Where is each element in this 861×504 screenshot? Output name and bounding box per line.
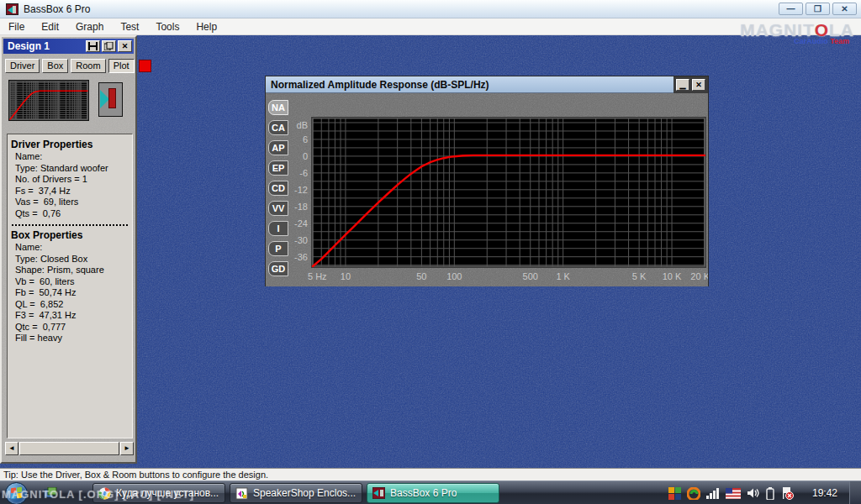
svg-text:-30: -30 [294,235,308,245]
app-titlebar: BassBox 6 Pro — ❐ ✕ [0,0,861,18]
save-design-button[interactable] [86,40,100,52]
watermark-bottom: MAGNITOLA [.ORG] [.RU] [.NET] [2,488,194,501]
svg-text:100: 100 [446,271,462,281]
svg-text:-36: -36 [294,252,308,262]
design-tabs: Driver Box Room Plot [5,59,151,73]
driver-prop-type: Type: Standard woofer [10,163,129,175]
clock[interactable]: 19:42 [812,481,837,504]
menu-edit[interactable]: Edit [33,19,67,34]
driver-prop-vas: Vas = 69, liters [10,197,129,208]
svg-text:6: 6 [303,134,308,144]
tip-bar: Tip: Use the Driver, Box & Room buttons … [0,468,861,480]
graph-tab-ap[interactable]: AP [268,140,288,155]
graph-tab-ca[interactable]: CA [268,120,288,135]
plot-color-swatch[interactable] [139,60,151,72]
speaker-thumbnail[interactable] [98,82,123,117]
download-manager-icon[interactable] [687,487,700,500]
box-prop-qtc: Qtc = 0,777 [10,322,129,333]
driver-prop-fs: Fs = 37,4 Hz [10,186,129,197]
graph-type-buttons: NA CA AP EP CD VV I P GD [268,100,288,281]
workspace: Design 1 ✕ Driver Box Room Plot Driver P [0,35,861,468]
svg-text:1 K: 1 K [556,271,570,281]
svg-text:10: 10 [341,271,351,281]
graph-body: NA CA AP EP CD VV I P GD dB60-6-12-18-24… [266,93,708,286]
svg-text:5 Hz: 5 Hz [308,271,327,281]
close-design-button[interactable]: ✕ [118,40,132,52]
watermark-subtitle: CarAudio Team [794,37,849,45]
menubar: File Edit Graph Test Tools Help [0,18,861,35]
svg-text:-18: -18 [294,202,308,212]
graph-titlebar[interactable]: Normalized Amplitude Response (dB-SPL/Hz… [266,76,708,93]
graph-window: Normalized Amplitude Response (dB-SPL/Hz… [265,76,709,286]
graph-close-button[interactable]: ✕ [692,79,705,91]
properties-divider [12,224,128,226]
show-desktop-button[interactable] [849,481,861,504]
svg-text:20 K: 20 K [690,271,708,281]
desktop-screen: BassBox 6 Pro — ❐ ✕ File Edit Graph Test… [0,0,861,504]
system-tray [668,481,794,504]
task-label: SpeakerShop Enclos... [253,487,356,499]
volume-icon[interactable] [747,487,760,499]
graph-tab-ep[interactable]: EP [268,160,288,176]
scroll-right-arrow[interactable]: ► [120,442,134,455]
box-prop-f3: F3 = 47,31 Hz [10,310,129,322]
graph-tab-vv[interactable]: VV [268,201,288,216]
task-bassbox-active[interactable]: BassBox 6 Pro [367,483,499,503]
speakershop-icon [235,487,248,500]
close-button[interactable]: ✕ [832,3,857,15]
menu-test[interactable]: Test [112,19,147,34]
box-prop-ql: QL = 6,852 [10,299,129,311]
tab-room[interactable]: Room [71,59,105,73]
tab-plot[interactable]: Plot [108,59,135,73]
graph-tab-gd[interactable]: GD [268,261,288,276]
response-thumbnail[interactable] [8,80,89,121]
graph-tab-i[interactable]: I [268,221,288,236]
task-speakershop[interactable]: SpeakerShop Enclos... [230,483,362,503]
driver-prop-count: No. of Drivers = 1 [10,174,129,186]
graph-tab-cd[interactable]: CD [268,181,288,196]
floppy-icon [88,42,98,50]
svg-text:5 K: 5 K [632,271,647,281]
svg-text:-6: -6 [299,168,308,178]
box-prop-shape: Shape: Prism, square [10,265,129,276]
scrollbar-thumb[interactable] [19,442,119,455]
svg-text:10 K: 10 K [663,271,682,281]
box-prop-type: Type: Closed Box [10,254,129,265]
avg-icon[interactable] [668,487,681,500]
menu-graph[interactable]: Graph [67,19,112,34]
driver-properties-heading: Driver Properties [11,139,129,150]
box-prop-name: Name: [10,242,129,254]
task-label: BassBox 6 Pro [390,487,457,499]
graph-tab-na[interactable]: NA [268,100,288,115]
svg-text:500: 500 [523,271,538,281]
box-prop-fb: Fb = 50,74 Hz [10,287,129,299]
menu-help[interactable]: Help [188,19,225,34]
us-keyboard-flag-icon[interactable] [726,488,741,499]
menu-file[interactable]: File [0,19,33,34]
tab-box[interactable]: Box [42,59,68,73]
svg-text:50: 50 [416,271,426,281]
bassbox-icon [372,487,385,499]
tab-driver[interactable]: Driver [5,59,40,73]
speaker-magnet-icon [108,88,116,108]
network-signal-icon[interactable] [706,487,720,499]
action-center-flag-icon[interactable] [780,486,794,500]
design-titlebar[interactable]: Design 1 ✕ [3,39,134,54]
horizontal-scrollbar[interactable]: ◄ ► [5,442,134,455]
box-properties-heading: Box Properties [11,229,129,241]
menu-tools[interactable]: Tools [147,19,188,34]
graph-title: Normalized Amplitude Response (dB-SPL/Hz… [266,79,673,91]
restore-button[interactable]: ❐ [806,3,830,15]
scroll-left-arrow[interactable]: ◄ [5,442,18,455]
graph-window-controls: ▁ ✕ [673,76,708,93]
battery-icon[interactable] [766,487,774,500]
app-title: BassBox 6 Pro [24,3,90,15]
design-panel: Design 1 ✕ Driver Box Room Plot Driver P [0,35,137,464]
minimize-button[interactable]: — [779,3,803,15]
copy-icon [104,42,114,50]
graph-minimize-button[interactable]: ▁ [676,79,689,91]
box-prop-vb: Vb = 60, liters [10,276,129,288]
graph-tab-p[interactable]: P [268,241,288,256]
properties-box: Driver Properties Name: Type: Standard w… [7,134,133,438]
copy-design-button[interactable] [102,40,116,52]
